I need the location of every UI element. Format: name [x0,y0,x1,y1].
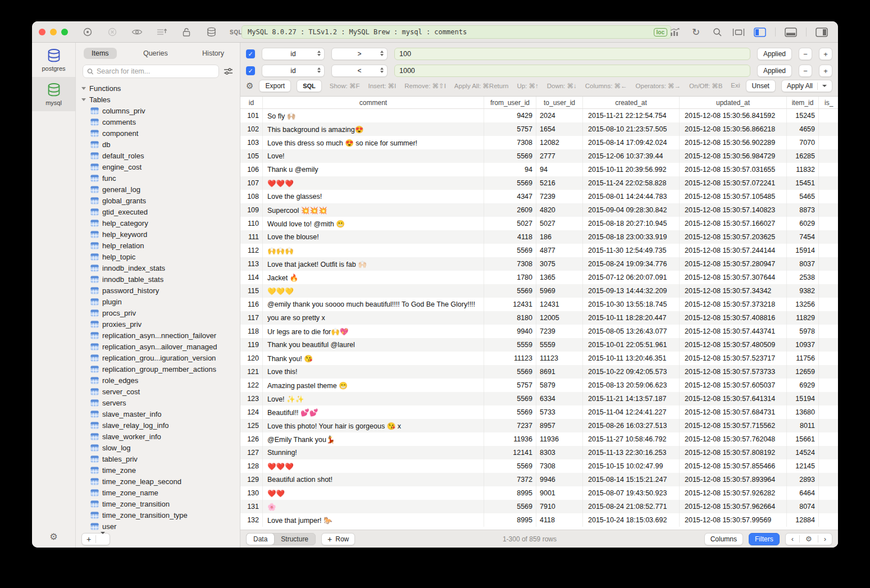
table-row[interactable]: 124 Beautiful!! 💕💕 5569 5733 2015-11-04 … [240,405,838,419]
cell-created-at[interactable]: 2015-08-14 17:09:42.024 [583,136,680,149]
cell-updated-at[interactable]: 2015-12-08 15:30:56.866218 [680,122,787,136]
settings-gear-icon[interactable]: ⚙ [49,531,57,542]
cell-to-user-id[interactable]: 7239 [536,190,583,203]
cell-id[interactable]: 121 [240,365,263,379]
cell-to-user-id[interactable]: 5879 [536,379,583,392]
sidebar-table-item[interactable]: time_zone_transition [76,498,240,509]
table-row[interactable]: 110 Would love to! @mith 😬 5027 5027 201… [240,217,838,230]
columns-button[interactable]: Columns [704,533,743,545]
cell-id[interactable]: 120 [240,352,263,365]
table-row[interactable]: 125 Love this photo! Your hair is gorgeo… [240,419,838,432]
cell-item-id[interactable]: 12884 [787,513,819,527]
cell-updated-at[interactable]: 2015-12-08 15:30:57.573733 [680,365,787,379]
cell-is[interactable] [819,230,838,244]
cell-from-user-id[interactable]: 11936 [484,432,536,446]
editor-layout-icon[interactable] [732,26,745,38]
connection-postgres[interactable]: postgres [32,43,75,77]
column-header-comment[interactable]: comment [263,97,484,108]
cell-comment[interactable]: Thank you beautiful @laurel [263,338,484,352]
cell-item-id[interactable]: 4659 [787,122,819,136]
cell-id[interactable]: 128 [240,459,263,473]
cell-id[interactable]: 105 [240,149,263,163]
sql-button[interactable]: SQL [297,80,322,92]
cell-from-user-id[interactable]: 5757 [484,379,536,392]
cell-from-user-id[interactable]: 9429 [484,109,536,122]
cell-to-user-id[interactable]: 3075 [536,257,583,271]
cell-to-user-id[interactable]: 1654 [536,122,583,136]
cell-item-id[interactable]: 12659 [787,365,819,379]
sidebar-table-item[interactable]: component [76,127,240,139]
cell-updated-at[interactable]: 2015-12-08 15:30:57.684731 [680,405,787,419]
cell-item-id[interactable]: 8011 [787,419,819,432]
sidebar-table-item[interactable]: slave_master_info [76,408,240,420]
table-row[interactable]: 120 Thank you! 😘 11123 11123 2015-10-11 … [240,352,838,365]
tab-history[interactable]: History [194,48,232,59]
cell-comment[interactable]: Thank u @emily [263,163,484,176]
cell-to-user-id[interactable]: 4820 [536,203,583,217]
column-header-to-user-id[interactable]: to_user_id [536,97,583,108]
cell-created-at[interactable]: 2015-11-30 12:54:49.735 [583,244,680,257]
cell-item-id[interactable]: 10937 [787,338,819,352]
table-row[interactable]: 113 Love that jacket! Outfit is fab 🙌🏻 7… [240,257,838,271]
cell-is[interactable] [819,203,838,217]
cell-to-user-id[interactable]: 4877 [536,244,583,257]
cell-comment[interactable]: @emily thank you soooo much beautiful!!!… [263,298,484,311]
cell-updated-at[interactable]: 2015-12-08 15:30:57.244144 [680,244,787,257]
cell-is[interactable] [819,500,838,513]
cell-from-user-id[interactable]: 4118 [484,230,536,244]
cell-is[interactable] [819,190,838,203]
cell-from-user-id[interactable]: 12141 [484,446,536,459]
cell-id[interactable]: 117 [240,311,263,325]
cell-updated-at[interactable]: 2015-12-08 15:30:57.140823 [680,203,787,217]
cell-created-at[interactable]: 2015-08-26 16:03:27.513 [583,419,680,432]
cell-comment[interactable]: Love this! [263,365,484,379]
cell-comment[interactable]: @Emily Thank you💃 [263,432,484,446]
filter-settings-gear-icon[interactable]: ⚙ [246,81,253,91]
cell-created-at[interactable]: 2015-11-24 22:02:58.828 [583,176,680,190]
cell-item-id[interactable]: 9382 [787,284,819,298]
cell-comment[interactable]: Love this dress so much 😍 so nice for su… [263,136,484,149]
cell-created-at[interactable]: 2015-11-27 10:58:46.792 [583,432,680,446]
close-window-button[interactable] [39,29,45,35]
cell-created-at[interactable]: 2015-10-15 10:02:47.99 [583,459,680,473]
sidebar-table-item[interactable]: help_relation [76,240,240,251]
cell-created-at[interactable]: 2015-08-07 19:43:50.923 [583,486,680,500]
cell-created-at[interactable]: 2015-11-13 22:30:16.253 [583,446,680,459]
cell-is[interactable] [819,136,838,149]
table-row[interactable]: 103 Love this dress so much 😍 so nice fo… [240,136,838,149]
cell-to-user-id[interactable]: 94 [536,163,583,176]
previous-page-icon[interactable]: ‹ [791,535,794,543]
cell-comment[interactable]: Thank you! 😘 [263,352,484,365]
cell-created-at[interactable]: 2015-09-04 09:28:30.842 [583,203,680,217]
cell-from-user-id[interactable]: 94 [484,163,536,176]
cell-updated-at[interactable]: 2015-12-08 15:30:57.031655 [680,163,787,176]
cell-from-user-id[interactable]: 7237 [484,419,536,432]
cell-id[interactable]: 108 [240,190,263,203]
cell-comment[interactable]: Amazing pastel theme 😁 [263,379,484,392]
cell-is[interactable] [819,122,838,136]
cell-is[interactable] [819,149,838,163]
sidebar-table-item[interactable]: slow_log [76,442,240,453]
sidebar-table-item[interactable]: password_history [76,285,240,296]
table-row[interactable]: 130 ❤️❤️ 8995 9001 2015-08-07 19:43:50.9… [240,486,838,500]
toggle-right-panel-icon[interactable] [816,26,828,38]
cell-from-user-id[interactable]: 12431 [484,298,536,311]
cell-created-at[interactable]: 2015-10-30 13:55:18.745 [583,298,680,311]
applied-button[interactable]: Applied [757,48,792,60]
cell-to-user-id[interactable]: 5027 [536,217,583,230]
cell-comment[interactable]: 🌸 [263,500,484,513]
cell-id[interactable]: 106 [240,163,263,176]
cell-id[interactable]: 101 [240,109,263,122]
filters-button[interactable]: Filters [749,533,780,545]
remove-filter-button[interactable]: − [799,65,812,77]
sidebar-table-item[interactable]: replication_asyn...ailover_managed [76,341,240,352]
cell-created-at[interactable]: 2015-10-22 09:42:05.573 [583,365,680,379]
sidebar-table-item[interactable]: comments [76,116,240,127]
table-row[interactable]: 108 Love the glasses! 4347 7239 2015-08-… [240,190,838,203]
sidebar-table-item[interactable]: tables_priv [76,453,240,464]
cell-to-user-id[interactable]: 12082 [536,136,583,149]
cell-to-user-id[interactable]: 5733 [536,405,583,419]
cell-created-at[interactable]: 2015-10-11 18:28:20.447 [583,311,680,325]
refresh-icon[interactable]: ↻ [690,26,702,38]
disconnect-icon[interactable] [106,26,119,38]
